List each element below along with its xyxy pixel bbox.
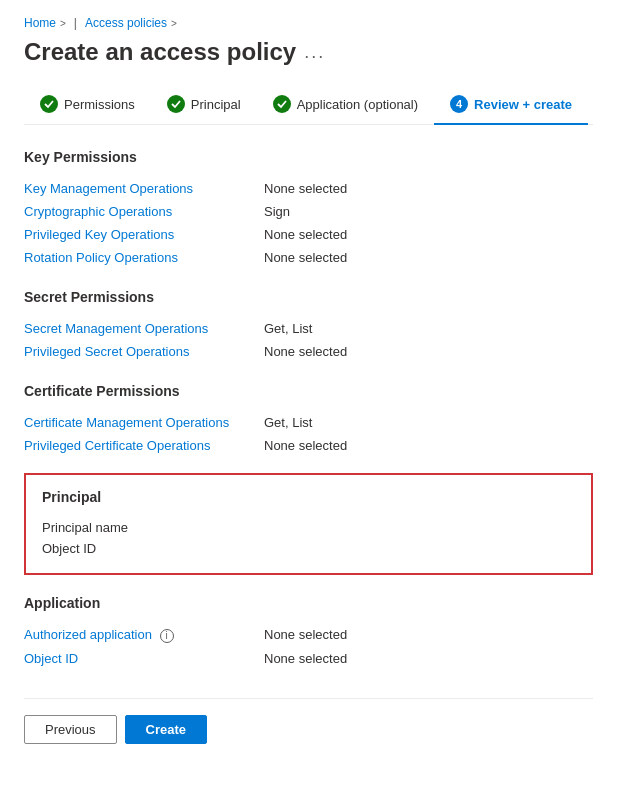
review-number-icon: 4 — [450, 95, 468, 113]
page-container: Home > | Access policies > Create an acc… — [0, 0, 617, 768]
wizard-tabs: Permissions Principal Application (optio… — [24, 86, 593, 125]
breadcrumb-access-policies[interactable]: Access policies — [85, 16, 167, 30]
table-row: Privileged Secret Operations None select… — [24, 340, 593, 363]
tab-application[interactable]: Application (optional) — [257, 87, 434, 125]
principal-object-id-field: Object ID — [42, 538, 575, 559]
table-row: Secret Management Operations Get, List — [24, 317, 593, 340]
secret-mgmt-label: Secret Management Operations — [24, 321, 264, 336]
permissions-check-icon — [40, 95, 58, 113]
table-row: Key Management Operations None selected — [24, 177, 593, 200]
breadcrumb-separator-2: > — [171, 18, 177, 29]
tab-review-label: Review + create — [474, 97, 572, 112]
breadcrumb-home[interactable]: Home — [24, 16, 56, 30]
tab-principal[interactable]: Principal — [151, 87, 257, 125]
principal-section-title: Principal — [42, 489, 575, 505]
table-row: Privileged Certificate Operations None s… — [24, 434, 593, 457]
table-row: Privileged Key Operations None selected — [24, 223, 593, 246]
page-title-ellipsis: ... — [304, 42, 325, 63]
certificate-permissions-section: Certificate Permissions Certificate Mana… — [24, 383, 593, 457]
secret-permissions-section: Secret Permissions Secret Management Ope… — [24, 289, 593, 363]
app-object-id-label: Object ID — [24, 651, 264, 666]
priv-key-label: Privileged Key Operations — [24, 227, 264, 242]
table-row: Cryptographic Operations Sign — [24, 200, 593, 223]
app-object-id-value: None selected — [264, 651, 347, 666]
priv-secret-value: None selected — [264, 344, 347, 359]
tab-principal-label: Principal — [191, 97, 241, 112]
authorized-app-label: Authorized application i — [24, 627, 264, 643]
previous-button[interactable]: Previous — [24, 715, 117, 744]
priv-cert-label: Privileged Certificate Operations — [24, 438, 264, 453]
table-row: Rotation Policy Operations None selected — [24, 246, 593, 269]
application-section: Application Authorized application i Non… — [24, 595, 593, 670]
application-section-title: Application — [24, 595, 593, 611]
secret-mgmt-value: Get, List — [264, 321, 312, 336]
principal-check-icon — [167, 95, 185, 113]
tab-permissions[interactable]: Permissions — [24, 87, 151, 125]
secret-permissions-title: Secret Permissions — [24, 289, 593, 305]
breadcrumb-separator-1: > — [60, 18, 66, 29]
crypto-ops-label: Cryptographic Operations — [24, 204, 264, 219]
breadcrumb-pipe: | — [74, 16, 77, 30]
table-row: Certificate Management Operations Get, L… — [24, 411, 593, 434]
button-row: Previous Create — [24, 698, 593, 744]
principal-name-field: Principal name — [42, 517, 575, 538]
key-permissions-title: Key Permissions — [24, 149, 593, 165]
cert-mgmt-label: Certificate Management Operations — [24, 415, 264, 430]
page-title-container: Create an access policy ... — [24, 38, 593, 66]
authorized-app-value: None selected — [264, 627, 347, 642]
priv-secret-label: Privileged Secret Operations — [24, 344, 264, 359]
tab-permissions-label: Permissions — [64, 97, 135, 112]
key-permissions-section: Key Permissions Key Management Operation… — [24, 149, 593, 269]
tab-review[interactable]: 4 Review + create — [434, 87, 588, 125]
tab-application-label: Application (optional) — [297, 97, 418, 112]
breadcrumb: Home > | Access policies > — [24, 16, 593, 30]
rotation-value: None selected — [264, 250, 347, 265]
create-button[interactable]: Create — [125, 715, 207, 744]
application-check-icon — [273, 95, 291, 113]
principal-section: Principal Principal name Object ID — [24, 473, 593, 575]
certificate-permissions-title: Certificate Permissions — [24, 383, 593, 399]
table-row: Object ID None selected — [24, 647, 593, 670]
rotation-label: Rotation Policy Operations — [24, 250, 264, 265]
crypto-ops-value: Sign — [264, 204, 290, 219]
authorized-app-info-icon[interactable]: i — [160, 629, 174, 643]
priv-key-value: None selected — [264, 227, 347, 242]
page-title: Create an access policy — [24, 38, 296, 66]
key-mgmt-value: None selected — [264, 181, 347, 196]
key-mgmt-label: Key Management Operations — [24, 181, 264, 196]
priv-cert-value: None selected — [264, 438, 347, 453]
table-row: Authorized application i None selected — [24, 623, 593, 647]
cert-mgmt-value: Get, List — [264, 415, 312, 430]
